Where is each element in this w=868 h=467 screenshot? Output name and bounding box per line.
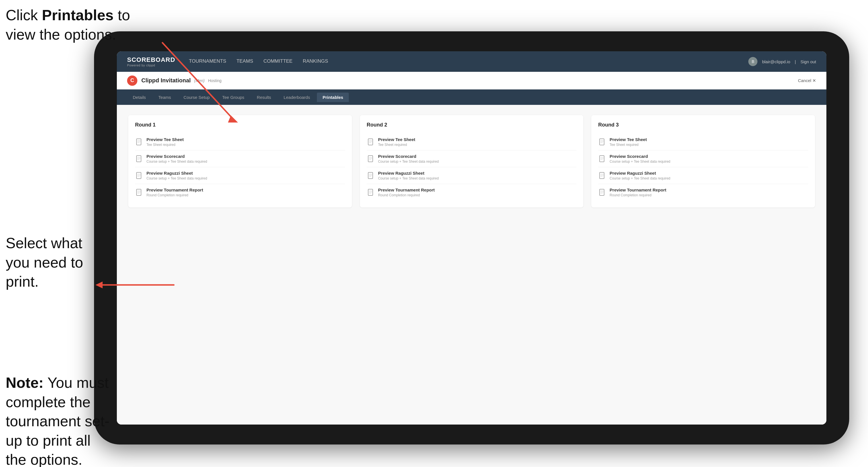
round-3-tee-sheet-text: Preview Tee Sheet Tee Sheet required bbox=[610, 137, 647, 147]
raguzzi-icon-r3 bbox=[598, 171, 606, 180]
round-3-tournament-report[interactable]: Preview Tournament Report Round Completi… bbox=[598, 184, 808, 200]
round-3-scorecard[interactable]: Preview Scorecard Course setup + Tee She… bbox=[598, 150, 808, 167]
nav-teams[interactable]: TEAMS bbox=[237, 58, 253, 65]
nav-links: TOURNAMENTS TEAMS COMMITTEE RANKINGS bbox=[189, 58, 749, 65]
tab-course-setup[interactable]: Course Setup bbox=[178, 93, 215, 102]
round-2-tee-sheet-title: Preview Tee Sheet bbox=[378, 137, 415, 142]
round-3-column: Round 3 Preview Tee Sheet Tee Sheet requ… bbox=[591, 115, 815, 208]
round-1-title: Round 1 bbox=[135, 122, 345, 128]
round-3-raguzzi-title: Preview Raguzzi Sheet bbox=[610, 171, 670, 176]
round-1-scorecard-text: Preview Scorecard Course setup + Tee She… bbox=[147, 154, 207, 163]
report-icon-r3 bbox=[598, 188, 606, 197]
round-1-tee-sheet[interactable]: Preview Tee Sheet Tee Sheet required bbox=[135, 134, 345, 150]
annotation-note-bold: Note: bbox=[6, 374, 43, 391]
user-email: blair@clippd.io bbox=[762, 59, 790, 64]
round-2-raguzzi-subtitle: Course setup + Tee Sheet data required bbox=[378, 176, 439, 180]
svg-rect-32 bbox=[368, 189, 373, 195]
round-3-report-title: Preview Tournament Report bbox=[610, 187, 666, 192]
nav-right: B blair@clippd.io | Sign out bbox=[748, 57, 816, 66]
scoreboard-sub: Powered by clippd bbox=[127, 64, 175, 67]
round-3-raguzzi[interactable]: Preview Raguzzi Sheet Course setup + Tee… bbox=[598, 167, 808, 184]
round-1-tee-sheet-title: Preview Tee Sheet bbox=[147, 137, 184, 142]
svg-rect-20 bbox=[368, 139, 373, 145]
tablet-screen: SCOREBOARD Powered by clippd TOURNAMENTS… bbox=[117, 51, 827, 425]
round-1-tee-sheet-subtitle: Tee Sheet required bbox=[147, 143, 184, 147]
annotation-bottom: Note: You must complete the tournament s… bbox=[6, 373, 111, 467]
round-1-scorecard-title: Preview Scorecard bbox=[147, 154, 207, 159]
tab-leaderboards[interactable]: Leaderboards bbox=[278, 93, 316, 102]
round-2-scorecard-title: Preview Scorecard bbox=[378, 154, 439, 159]
tablet-device: SCOREBOARD Powered by clippd TOURNAMENTS… bbox=[94, 31, 849, 444]
top-nav: SCOREBOARD Powered by clippd TOURNAMENTS… bbox=[117, 51, 827, 72]
round-1-raguzzi[interactable]: Preview Raguzzi Sheet Course setup + Tee… bbox=[135, 167, 345, 184]
svg-rect-8 bbox=[136, 156, 141, 162]
round-1-raguzzi-title: Preview Raguzzi Sheet bbox=[147, 171, 207, 176]
round-2-tee-sheet[interactable]: Preview Tee Sheet Tee Sheet required bbox=[367, 134, 577, 150]
tournament-badge: (Men) bbox=[194, 79, 205, 83]
round-2-report-text: Preview Tournament Report Round Completi… bbox=[378, 187, 435, 197]
round-2-raguzzi-text: Preview Raguzzi Sheet Course setup + Tee… bbox=[378, 171, 439, 180]
svg-rect-48 bbox=[599, 189, 604, 195]
tee-sheet-icon-r2 bbox=[367, 137, 375, 147]
round-1-report-subtitle: Round Completion required bbox=[147, 193, 203, 197]
nav-rankings[interactable]: RANKINGS bbox=[303, 58, 328, 65]
nav-tournaments[interactable]: TOURNAMENTS bbox=[189, 58, 226, 65]
tab-results[interactable]: Results bbox=[251, 93, 277, 102]
round-1-report-text: Preview Tournament Report Round Completi… bbox=[147, 187, 203, 197]
tab-printables[interactable]: Printables bbox=[317, 93, 349, 102]
tab-bar: Details Teams Course Setup Tee Groups Re… bbox=[117, 90, 827, 105]
round-2-scorecard-subtitle: Course setup + Tee Sheet data required bbox=[378, 160, 439, 163]
tee-sheet-icon-r3 bbox=[598, 137, 606, 147]
user-avatar: B bbox=[748, 57, 757, 66]
report-icon-r1 bbox=[135, 188, 143, 197]
round-2-scorecard-text: Preview Scorecard Course setup + Tee She… bbox=[378, 154, 439, 163]
annotation-middle: Select what you need to print. bbox=[6, 234, 108, 291]
round-3-report-subtitle: Round Completion required bbox=[610, 193, 666, 197]
round-2-raguzzi[interactable]: Preview Raguzzi Sheet Course setup + Tee… bbox=[367, 167, 577, 184]
round-1-report-title: Preview Tournament Report bbox=[147, 187, 203, 192]
annotation-bold-printables: Printables bbox=[42, 7, 114, 23]
tab-teams[interactable]: Teams bbox=[153, 93, 177, 102]
round-3-raguzzi-text: Preview Raguzzi Sheet Course setup + Tee… bbox=[610, 171, 670, 180]
round-2-tee-sheet-text: Preview Tee Sheet Tee Sheet required bbox=[378, 137, 415, 147]
report-icon-r2 bbox=[367, 188, 375, 197]
svg-rect-40 bbox=[599, 156, 604, 162]
round-1-raguzzi-text: Preview Raguzzi Sheet Course setup + Tee… bbox=[147, 171, 207, 180]
tournament-logo: C bbox=[127, 75, 137, 86]
scorecard-icon-r3 bbox=[598, 154, 606, 163]
round-2-tee-sheet-subtitle: Tee Sheet required bbox=[378, 143, 415, 147]
svg-rect-36 bbox=[599, 139, 604, 145]
round-1-tournament-report[interactable]: Preview Tournament Report Round Completi… bbox=[135, 184, 345, 200]
round-3-tee-sheet-title: Preview Tee Sheet bbox=[610, 137, 647, 142]
nav-committee[interactable]: COMMITTEE bbox=[263, 58, 292, 65]
round-1-column: Round 1 Preview Tee Sheet bbox=[128, 115, 352, 208]
round-1-scorecard[interactable]: Preview Scorecard Course setup + Tee She… bbox=[135, 150, 345, 167]
round-2-scorecard[interactable]: Preview Scorecard Course setup + Tee She… bbox=[367, 150, 577, 167]
main-content: Round 1 Preview Tee Sheet bbox=[117, 105, 827, 425]
round-2-column: Round 2 Preview Tee Sheet Tee Sheet requ… bbox=[360, 115, 584, 208]
round-2-tournament-report[interactable]: Preview Tournament Report Round Completi… bbox=[367, 184, 577, 200]
tab-details[interactable]: Details bbox=[127, 93, 152, 102]
round-1-tee-sheet-text: Preview Tee Sheet Tee Sheet required bbox=[147, 137, 184, 147]
scorecard-icon-r1 bbox=[135, 154, 143, 163]
sign-out-link[interactable]: Sign out bbox=[801, 59, 816, 64]
round-1-scorecard-subtitle: Course setup + Tee Sheet data required bbox=[147, 160, 207, 163]
round-3-scorecard-text: Preview Scorecard Course setup + Tee She… bbox=[610, 154, 670, 163]
round-2-report-title: Preview Tournament Report bbox=[378, 187, 435, 192]
raguzzi-icon-r2 bbox=[367, 171, 375, 180]
round-3-report-text: Preview Tournament Report Round Completi… bbox=[610, 187, 666, 197]
round-2-raguzzi-title: Preview Raguzzi Sheet bbox=[378, 171, 439, 176]
round-2-title: Round 2 bbox=[367, 122, 577, 128]
round-1-raguzzi-subtitle: Course setup + Tee Sheet data required bbox=[147, 176, 207, 180]
annotation-top: Click Printables toview the options. bbox=[6, 6, 130, 44]
nav-separator: | bbox=[795, 59, 796, 64]
round-3-raguzzi-subtitle: Course setup + Tee Sheet data required bbox=[610, 176, 670, 180]
round-3-scorecard-title: Preview Scorecard bbox=[610, 154, 670, 159]
svg-rect-28 bbox=[368, 173, 373, 179]
tab-tee-groups[interactable]: Tee Groups bbox=[217, 93, 250, 102]
scoreboard-title: SCOREBOARD bbox=[127, 56, 175, 64]
round-3-tee-sheet[interactable]: Preview Tee Sheet Tee Sheet required bbox=[598, 134, 808, 150]
cancel-button[interactable]: Cancel ✕ bbox=[798, 78, 816, 83]
tournament-name: Clippd Invitational bbox=[141, 77, 191, 84]
scoreboard-logo: SCOREBOARD Powered by clippd bbox=[127, 56, 175, 67]
